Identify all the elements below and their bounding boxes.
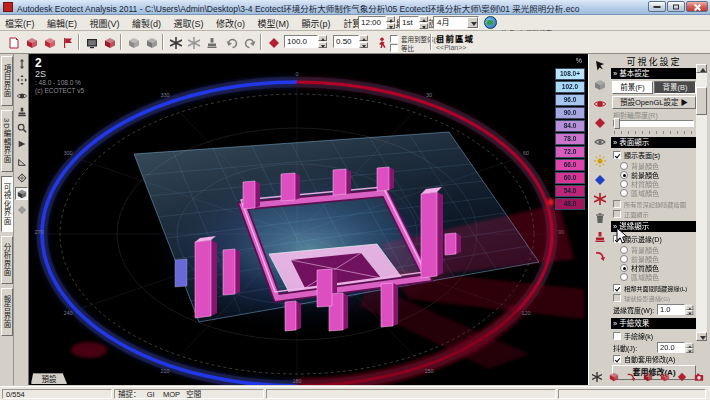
edge-color-zone-radio[interactable]: 區域顏色 <box>620 273 704 282</box>
scroll-thumb[interactable] <box>696 87 707 115</box>
viewport-tab-default[interactable]: 預設 <box>31 373 67 384</box>
scroll-up-icon[interactable] <box>696 64 707 73</box>
sun-icon[interactable] <box>592 153 607 168</box>
apply-to-all-checkbox[interactable]: 套用到整体(s) <box>390 35 441 44</box>
select-cursor-icon[interactable] <box>592 58 607 73</box>
section-basic-settings[interactable]: »基本設定 <box>611 68 696 79</box>
export-arrow-icon[interactable] <box>592 248 607 263</box>
surface-color-material-radio[interactable]: 材質顏色 <box>620 180 704 189</box>
object-tool-button[interactable] <box>142 33 160 51</box>
save-file-button[interactable] <box>40 33 58 51</box>
export-model-icon[interactable] <box>607 370 622 385</box>
spin-model-icon[interactable] <box>592 96 607 111</box>
section-surface-display[interactable]: »表面顯示 <box>611 137 696 148</box>
analysis-grid-button[interactable] <box>166 33 184 51</box>
surface-color-fg-radio[interactable]: 前景顏色 <box>620 171 704 180</box>
snap-value-input[interactable]: 0.50 <box>333 35 359 48</box>
show-surfaces-checkbox[interactable]: 顯示表面(s) <box>613 151 697 160</box>
menu-model[interactable]: 模型(M) <box>253 15 295 30</box>
default-opengl-button[interactable]: 預設OpenGL設定 ▶ <box>612 96 696 109</box>
zoom-value-input[interactable]: 100.0 <box>284 35 318 48</box>
undo-button[interactable] <box>222 33 240 51</box>
rays-button[interactable] <box>184 33 202 51</box>
tab-visualise-page[interactable]: 可視化界面 <box>1 176 13 232</box>
snapshot-camera-icon[interactable] <box>692 370 707 385</box>
edge-width-spinner[interactable] <box>686 305 694 314</box>
zoom-value-spinner[interactable] <box>318 35 327 48</box>
walkthrough-person-icon[interactable] <box>372 33 390 51</box>
import-button[interactable] <box>58 33 76 51</box>
menu-view[interactable]: 視圖(V) <box>85 15 125 30</box>
fly-to-icon[interactable] <box>15 137 28 150</box>
edge-width-input[interactable]: 1.0 <box>657 304 685 315</box>
auto-apply-checkbox[interactable]: 自動套用修改(A) <box>613 355 697 364</box>
panel-scrollbar[interactable] <box>696 64 707 394</box>
time-input[interactable]: 12:00 <box>358 16 386 29</box>
menu-modify[interactable]: 修改(o) <box>211 15 250 30</box>
display-mode-button[interactable] <box>82 33 100 51</box>
minimize-button[interactable] <box>648 1 666 12</box>
menu-draw[interactable]: 繪製(d) <box>127 15 166 30</box>
selection-tool-button[interactable] <box>264 33 282 51</box>
month-dropdown[interactable]: 4月 <box>433 16 479 29</box>
zoom-tool-icon[interactable] <box>15 121 28 134</box>
section-sketch-effects[interactable]: »手繪效果 <box>611 318 696 329</box>
measure-icon[interactable] <box>15 155 28 168</box>
tab-3d-editor-page[interactable]: 3D編輯界面 <box>1 110 13 172</box>
jitter-spinner[interactable] <box>686 343 694 352</box>
visibility-eye-icon[interactable] <box>592 134 607 149</box>
ortho-view-icon[interactable] <box>15 203 28 216</box>
wireframe-star-icon[interactable] <box>590 370 605 385</box>
tab-project-page[interactable]: 項目界面 <box>1 56 13 106</box>
stamp-tool-icon[interactable] <box>592 229 607 244</box>
tab-reports-page[interactable]: 報告界面 <box>1 288 13 336</box>
new-file-button[interactable] <box>4 33 22 51</box>
model-a-icon[interactable] <box>641 370 656 385</box>
coplanar-edges-checkbox[interactable]: 相鄰共面間隱藏邊緣(L) <box>613 284 697 293</box>
day-spinner[interactable] <box>419 16 428 29</box>
trash-icon[interactable] <box>592 210 607 225</box>
maximize-button[interactable] <box>667 1 685 12</box>
sketch-lines-checkbox[interactable]: 手繪線(k) <box>613 332 697 341</box>
pan-icon[interactable] <box>15 73 28 86</box>
edge-color-material-radio[interactable]: 材質顏色 <box>620 264 704 273</box>
3d-viewport[interactable]: 0 30 60 90 120 150 180 210 240 270 300 3… <box>29 54 588 385</box>
menu-file[interactable]: 檔案(F) <box>0 15 40 30</box>
spherical-edges-checkbox[interactable]: 球狀投影邊緣(G) <box>613 294 697 303</box>
menu-edit[interactable]: 編輯(E) <box>42 15 82 30</box>
day-input[interactable]: 1st <box>399 16 419 29</box>
stamp-button[interactable] <box>202 33 220 51</box>
scroll-down-icon[interactable] <box>696 332 707 341</box>
edge-color-bg-radio[interactable]: 背景顏色 <box>620 246 704 255</box>
material-gem-icon[interactable] <box>592 115 607 130</box>
tab-analysis-page[interactable]: 分析界面 <box>1 236 13 284</box>
current-zone-indicator[interactable]: 目前區域 <<Plan>> <box>436 32 514 51</box>
orbit-icon[interactable] <box>15 89 28 102</box>
axis-icon[interactable] <box>15 171 28 184</box>
surface-color-zone-radio[interactable]: 區域顏色 <box>620 189 704 198</box>
shading-icon[interactable] <box>592 77 607 92</box>
menu-display[interactable]: 顯示(p) <box>297 15 336 30</box>
zone-tool-button[interactable] <box>124 33 142 51</box>
rays-star-icon[interactable] <box>592 191 607 206</box>
redo-button[interactable] <box>240 33 258 51</box>
scroll-track[interactable] <box>696 73 707 332</box>
jitter-input[interactable]: 20.0 <box>657 342 685 353</box>
depth-record-checkbox[interactable]: 所有景深記錄隱藏繪圖 <box>613 200 697 209</box>
foreground-button[interactable]: 前景(F) <box>612 81 653 94</box>
proportional-checkbox[interactable]: 等比 <box>390 44 414 53</box>
gem-tool-icon[interactable] <box>675 370 690 385</box>
snap-value-spinner[interactable] <box>359 35 368 48</box>
blue-gem-icon[interactable] <box>592 172 607 187</box>
title-bar[interactable]: Autodesk Ecotect Analysis 2011 - C:\User… <box>0 0 710 15</box>
menu-select[interactable]: 選取(S) <box>169 15 209 30</box>
move-vertical-icon[interactable] <box>15 57 28 70</box>
perspective-view-icon[interactable] <box>15 187 28 200</box>
globe-icon[interactable] <box>484 16 497 29</box>
time-spinner[interactable] <box>386 16 395 29</box>
surface-color-bg-radio[interactable]: 背景顏色 <box>620 162 704 171</box>
edge-color-fg-radio[interactable]: 前景顏色 <box>620 255 704 264</box>
open-file-button[interactable] <box>22 33 40 51</box>
model-b-icon[interactable] <box>658 370 673 385</box>
background-button[interactable]: 背景(B) <box>654 81 696 94</box>
